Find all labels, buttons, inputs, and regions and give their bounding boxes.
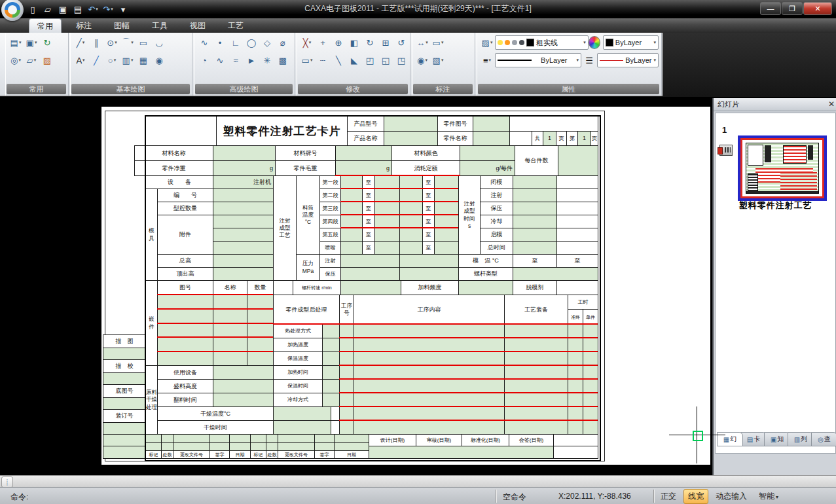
- copy2-icon[interactable]: ⊕: [332, 36, 345, 49]
- card-field[interactable]: [340, 189, 363, 202]
- color-wheel-icon[interactable]: [589, 36, 600, 49]
- card-field[interactable]: [399, 267, 459, 281]
- rectangle-icon[interactable]: ▭: [137, 36, 150, 49]
- text-icon[interactable]: A▾: [74, 54, 87, 67]
- ribbon-tab-标注[interactable]: 标注: [68, 18, 100, 33]
- array-icon[interactable]: ⊞: [379, 36, 392, 49]
- card-field[interactable]: 注射机: [213, 175, 274, 189]
- slide-caption[interactable]: 塑料零件注射工艺: [716, 200, 835, 211]
- stretch-icon[interactable]: ▭▾: [300, 54, 314, 67]
- chamfer-icon[interactable]: ◣: [348, 54, 361, 67]
- card-field[interactable]: [374, 215, 400, 228]
- card-field[interactable]: [340, 280, 401, 295]
- card-field[interactable]: [213, 379, 274, 393]
- toggle-线宽[interactable]: 线宽: [683, 489, 708, 504]
- card-field[interactable]: [458, 280, 513, 295]
- card-field[interactable]: 1: [543, 131, 556, 146]
- linestyle-dropdown[interactable]: ByLayer▾: [495, 53, 581, 67]
- card-field[interactable]: [322, 393, 340, 407]
- slide-item-icon[interactable]: [719, 145, 733, 156]
- card-field[interactable]: [213, 295, 247, 310]
- sketch-line-icon[interactable]: ╱: [90, 54, 103, 67]
- parallel-line-icon[interactable]: ∥: [90, 36, 103, 49]
- spline-icon[interactable]: ∿: [198, 36, 211, 49]
- panel-tab-knowledge[interactable]: ▣知: [764, 432, 790, 446]
- ribbon-tab-视图[interactable]: 视图: [182, 18, 213, 33]
- linetype-dropdown[interactable]: ByLayer▾: [597, 53, 659, 67]
- ribbon-tab-常用[interactable]: 常用: [29, 18, 62, 33]
- card-field[interactable]: [334, 434, 369, 443]
- card-field[interactable]: [513, 202, 557, 215]
- card-field[interactable]: [513, 215, 557, 228]
- coordinate-icon[interactable]: ◉▾: [416, 54, 429, 67]
- card-field[interactable]: [340, 175, 363, 189]
- card-field[interactable]: [247, 323, 274, 338]
- move-icon[interactable]: +: [316, 36, 329, 49]
- card-field[interactable]: [145, 434, 162, 443]
- card-field[interactable]: [434, 241, 459, 255]
- color-dropdown[interactable]: ByLayer▾: [603, 35, 659, 50]
- panel-close-icon[interactable]: ✕: [828, 100, 835, 108]
- card-field[interactable]: [384, 131, 438, 146]
- card-field[interactable]: [384, 116, 438, 132]
- trim-icon[interactable]: ◰: [363, 54, 376, 67]
- card-field[interactable]: [273, 420, 331, 435]
- circle-icon[interactable]: ⊙▾: [105, 36, 118, 49]
- card-field[interactable]: [340, 254, 400, 268]
- card-field[interactable]: [399, 215, 423, 228]
- ellipse2-icon[interactable]: ◯: [245, 36, 258, 49]
- card-field[interactable]: [335, 145, 392, 161]
- command-prompt[interactable]: 命令:: [10, 492, 28, 503]
- revolve-icon[interactable]: ↺: [395, 36, 408, 49]
- match-properties-icon[interactable]: ▨▾: [481, 36, 494, 49]
- wave-icon[interactable]: ∿: [213, 54, 227, 67]
- card-field[interactable]: [213, 365, 274, 380]
- card-field[interactable]: [513, 175, 557, 189]
- delete-icon[interactable]: ╳▾: [300, 36, 314, 49]
- card-field[interactable]: [513, 241, 557, 255]
- card-field[interactable]: [340, 228, 363, 242]
- card-field[interactable]: [434, 215, 459, 228]
- card-field[interactable]: g: [213, 160, 276, 176]
- break-icon[interactable]: ┄: [316, 54, 329, 67]
- card-field[interactable]: [247, 351, 274, 366]
- card-field[interactable]: [434, 189, 459, 202]
- arc-icon[interactable]: ⌒▾: [121, 36, 134, 49]
- card-field[interactable]: [103, 397, 146, 410]
- card-field[interactable]: [340, 241, 363, 255]
- copy-icon[interactable]: ▣▾: [25, 36, 38, 49]
- paste-icon[interactable]: ▤▾: [9, 36, 22, 49]
- command-grip[interactable]: ┊: [1, 477, 13, 488]
- card-field[interactable]: [157, 295, 213, 310]
- slide-thumbnail[interactable]: [738, 135, 827, 201]
- card-field[interactable]: [434, 202, 459, 215]
- card-field[interactable]: [213, 309, 247, 324]
- card-field[interactable]: [161, 434, 173, 443]
- card-field[interactable]: [213, 202, 274, 215]
- panel-tab-cards[interactable]: ▤卡: [740, 432, 767, 446]
- card-field[interactable]: [157, 309, 213, 324]
- card-field[interactable]: [473, 131, 510, 146]
- dimension-icon[interactable]: ↔▾: [416, 36, 429, 49]
- card-field[interactable]: [103, 434, 146, 446]
- toggle-动态输入[interactable]: 动态输入: [711, 489, 752, 504]
- hatch-icon[interactable]: ▦: [137, 54, 150, 67]
- card-field[interactable]: [460, 145, 515, 161]
- tolerance-icon[interactable]: ▭▾: [431, 36, 445, 49]
- card-field[interactable]: [374, 175, 400, 189]
- card-field[interactable]: [247, 309, 274, 324]
- toggle-智能[interactable]: 智能▾: [754, 489, 783, 504]
- linetype-icon[interactable]: ☰: [583, 54, 596, 67]
- close-button[interactable]: ✕: [803, 2, 832, 15]
- card-field[interactable]: [374, 241, 400, 255]
- card-field[interactable]: [273, 406, 331, 421]
- card-field[interactable]: [374, 202, 400, 215]
- rotate-icon[interactable]: ↻: [363, 36, 376, 49]
- card-field[interactable]: [513, 267, 598, 281]
- polygon-icon[interactable]: ◇: [261, 36, 274, 49]
- card-field[interactable]: [173, 434, 210, 443]
- ribbon-tab-工具[interactable]: 工具: [144, 18, 175, 33]
- card-field[interactable]: [229, 434, 251, 443]
- card-field[interactable]: [213, 241, 274, 255]
- label-icon[interactable]: ◉: [153, 54, 166, 67]
